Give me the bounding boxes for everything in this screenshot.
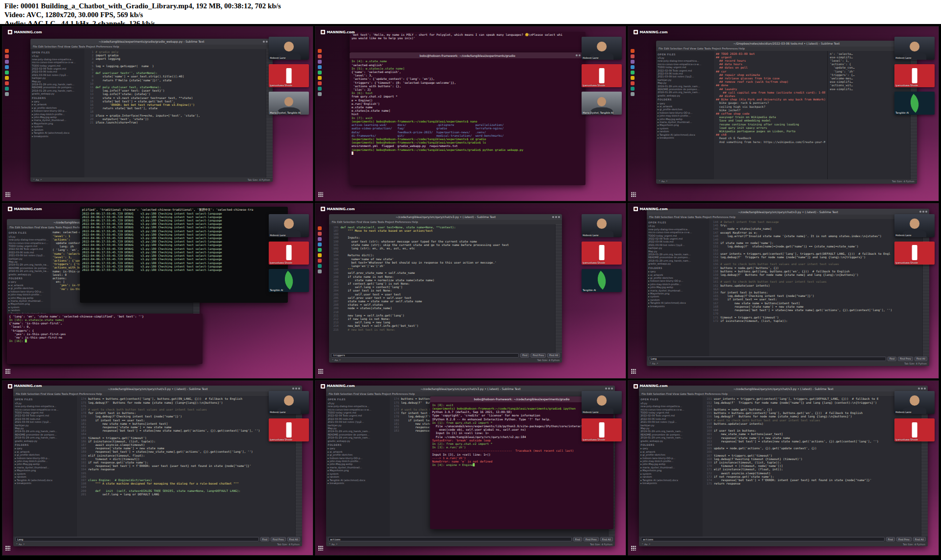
editor-menubar[interactable]: File Edit Selection Find View Goto Tools… (30, 45, 273, 49)
dock-app-icon[interactable] (318, 81, 322, 85)
window-titlebar[interactable]: ~/code/tangibleai/experiments/gradio/gra… (30, 39, 273, 45)
code-area[interactable]: 174buttons = buttons.get(context['lang']… (77, 396, 295, 536)
folder-item[interactable]: ▸ breakpoints (328, 482, 388, 485)
dock-app-icon[interactable] (5, 81, 9, 85)
open-file-item[interactable]: gradio_webapp.py (15, 439, 76, 442)
dock-app-icon[interactable] (5, 54, 9, 58)
window-titlebar[interactable]: ~/code/tangibleai/qary/src/qary/chat/v3.… (13, 386, 302, 391)
window-control-button[interactable] (292, 388, 294, 390)
dock-app-icon[interactable] (631, 76, 635, 80)
dock-app-icon[interactable] (631, 81, 635, 85)
folder-item[interactable]: ▸ breakpoints (648, 305, 708, 308)
statusbar-right[interactable]: Tab Size: 4 Python (904, 362, 927, 365)
open-file-item[interactable]: micro-convo-tree-empathica-cs-w… (32, 61, 83, 64)
statusbar-right[interactable]: Tab Size: 4 Python (248, 178, 270, 181)
window-controls[interactable] (919, 211, 927, 213)
window-titlebar[interactable]: ~/code/tangibleai/qary/src/qary/chat/v3.… (639, 386, 928, 391)
editor-menubar[interactable]: File Edit Selection Find View Goto Tools… (329, 220, 562, 224)
find-button[interactable]: Find Prev (531, 353, 546, 358)
window-control-button[interactable] (298, 388, 300, 390)
window-control-button[interactable] (922, 211, 924, 213)
window-control-button[interactable] (925, 211, 927, 213)
dock-app-icon[interactable] (318, 65, 322, 69)
dock-app-icon[interactable] (318, 243, 322, 246)
dock-app-icon[interactable] (5, 71, 9, 74)
dock-app-icon[interactable] (5, 87, 9, 91)
dock-app-icon[interactable] (631, 54, 635, 58)
open-file-item[interactable]: gradio_webapp.py (658, 94, 712, 97)
show-applications-icon[interactable] (5, 546, 10, 551)
find-button[interactable]: Find (886, 537, 895, 541)
dock-app-icon[interactable] (318, 259, 322, 263)
dock-app-icon[interactable] (318, 232, 322, 236)
find-button[interactable]: Find (573, 537, 582, 541)
find-button[interactable]: Find All (287, 537, 300, 541)
code-area[interactable]: 151user_intents = triggers.get(context['… (703, 396, 921, 536)
dock-app-icon[interactable] (5, 49, 9, 53)
find-input[interactable]: actions (641, 537, 885, 541)
dock-app-icon[interactable] (318, 237, 322, 241)
find-input[interactable]: Lang (15, 537, 259, 541)
find-button[interactable]: Find (260, 537, 269, 541)
editor-menubar[interactable]: File Edit Selection Find View Goto Tools… (656, 47, 917, 51)
dock-app-icon[interactable] (318, 264, 322, 268)
dock-app-icon[interactable] (318, 76, 322, 80)
window-controls[interactable] (292, 388, 300, 390)
dock-app-icon[interactable] (318, 269, 322, 273)
window-control-button[interactable] (552, 216, 554, 218)
open-file-item[interactable]: gradio_webapp.py (8, 273, 49, 276)
folder-item[interactable]: ▸ breakpoints (640, 482, 701, 485)
window-control-button[interactable] (611, 388, 613, 390)
window-control-button[interactable] (921, 388, 923, 390)
dock-app-icon[interactable] (318, 54, 322, 58)
dock-app-icon[interactable] (318, 87, 322, 91)
statusbar-right[interactable]: Tab Size: 4 Python (277, 543, 300, 546)
open-file-item[interactable]: 2021-03-09 bot notes (!py2… (8, 254, 49, 257)
statusbar-right[interactable]: Tab Size: 4 Python (903, 543, 925, 546)
find-button[interactable]: Find Prev (271, 537, 286, 541)
minimap[interactable] (555, 224, 562, 353)
find-button[interactable]: Find All (915, 357, 927, 361)
dock-app-icon[interactable] (318, 92, 322, 96)
window-controls[interactable] (552, 216, 560, 218)
code-area[interactable]: { 'lang': 'en', 'state_name': 'selected-… (7, 314, 203, 364)
find-button[interactable]: Find (520, 353, 529, 358)
dock-app-icon[interactable] (318, 49, 322, 53)
window-control-button[interactable] (919, 211, 921, 213)
show-applications-icon[interactable] (631, 192, 636, 197)
editor-menubar[interactable]: File Edit Selection Find View Goto Tools… (13, 391, 302, 396)
dock-app-icon[interactable] (5, 92, 9, 96)
show-applications-icon[interactable] (631, 369, 636, 374)
show-applications-icon[interactable] (5, 369, 10, 374)
open-file-item[interactable]: new-poly-dialog-tree-empathica… (8, 238, 49, 241)
code-area[interactable]: 186def next_state(self, user_text=None, … (329, 224, 555, 353)
open-file-item[interactable]: 2019-01-29 urm.org_hands_nam… (8, 263, 49, 266)
window-controls[interactable] (605, 388, 613, 390)
folder-item[interactable]: ▸ breakpoints (658, 136, 712, 139)
folder-item[interactable]: ▸ breakpoints (15, 482, 76, 485)
find-button[interactable]: Find Prev (896, 537, 912, 541)
open-file-item[interactable]: 2018-01-29 urm.org_hands_nam… (8, 269, 49, 272)
dock-app-icon[interactable] (631, 92, 635, 96)
dock-app-icon[interactable] (318, 60, 322, 64)
dock-app-icon[interactable] (5, 76, 9, 80)
find-button[interactable]: Find All (913, 537, 926, 541)
folder-item[interactable]: ▸ breakpoints (32, 135, 83, 138)
dock-app-icon[interactable] (631, 65, 635, 69)
show-applications-icon[interactable] (318, 546, 323, 551)
window-control-button[interactable] (266, 41, 268, 43)
dock-app-icon[interactable] (318, 71, 322, 74)
show-applications-icon[interactable] (318, 192, 323, 197)
window-control-button[interactable] (558, 216, 560, 218)
window-control-button[interactable] (605, 388, 607, 390)
window-titlebar[interactable]: bobs@hobson-framework: ~/code/tangibleai… (350, 52, 585, 58)
window-control-button[interactable] (263, 41, 265, 43)
find-input[interactable]: actions (328, 537, 572, 541)
window-control-button[interactable] (295, 388, 297, 390)
code-area[interactable]: In [4]: e.state_name'selected-english'In… (350, 58, 585, 185)
window-controls[interactable] (918, 388, 926, 390)
dock-app-icon[interactable] (631, 87, 635, 91)
dock-app-icon[interactable] (631, 60, 635, 64)
code-area[interactable]: 1# gradio_poly2import gradio3import logg… (84, 49, 266, 177)
open-file-item[interactable]: gradio_webapp.py (640, 439, 701, 442)
